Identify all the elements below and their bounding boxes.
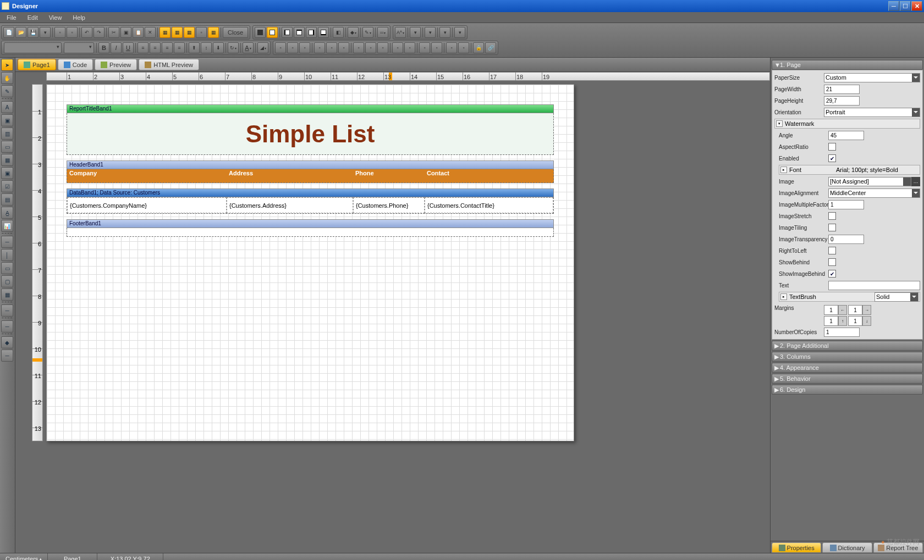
status-unit[interactable]: Centimeters▴: [0, 553, 48, 560]
data-band-header[interactable]: DataBand1; Data Source: Customers: [67, 188, 554, 197]
val-textbrush[interactable]: Solid: [875, 292, 919, 302]
undo-button[interactable]: ↶: [81, 27, 92, 38]
menu-help[interactable]: Help: [67, 13, 91, 22]
border-left-button[interactable]: [282, 27, 293, 38]
align-right-button[interactable]: ≡: [162, 42, 173, 53]
field-contact[interactable]: {Customers.ContactTitle}: [425, 197, 553, 213]
vertical-ruler[interactable]: 12345678910111213: [32, 84, 43, 441]
underline-button[interactable]: U: [123, 42, 134, 53]
data-band-body[interactable]: {Customers.CompanyName} {Customers.Addre…: [67, 197, 554, 214]
arrange-8[interactable]: ▫: [365, 42, 376, 53]
arrange-14[interactable]: ▫: [446, 42, 457, 53]
valign-bot-button[interactable]: ⬇: [213, 42, 224, 53]
open-button[interactable]: 📂: [15, 27, 26, 38]
align-justify-button[interactable]: ≡: [174, 42, 185, 53]
tool-pointer[interactable]: ➤: [1, 59, 13, 71]
tool-richtext[interactable]: A̲: [1, 207, 13, 219]
font-family-combo[interactable]: [4, 42, 62, 53]
field-address[interactable]: {Customers.Address}: [227, 197, 353, 213]
val-pagewidth[interactable]: [824, 85, 860, 94]
lock-button[interactable]: 🔒: [473, 42, 484, 53]
tool-more4[interactable]: ─: [1, 350, 13, 362]
tool-crosstab[interactable]: ▦: [1, 289, 13, 301]
val-text[interactable]: [828, 281, 920, 290]
tool-more3[interactable]: ◆: [1, 336, 13, 348]
new-button[interactable]: 📄: [3, 27, 14, 38]
save-button[interactable]: 💾: [28, 27, 38, 38]
conditions-button[interactable]: ▾: [410, 27, 421, 38]
field-phone[interactable]: {Customers.Phone}: [353, 197, 425, 213]
paste-button[interactable]: 📋: [133, 27, 144, 38]
cut-button[interactable]: ✂: [108, 27, 119, 38]
chk-aspectratio[interactable]: [828, 143, 836, 151]
page-new-button[interactable]: ▫: [54, 27, 65, 38]
header-band-body[interactable]: Company Address Phone Contact: [67, 169, 554, 183]
link-button[interactable]: 🔗: [485, 42, 496, 53]
tool-checkbox2[interactable]: ☑: [1, 180, 13, 192]
report-title-band-header[interactable]: ReportTitleBand1: [67, 104, 554, 113]
tool-barcode[interactable]: ▥: [1, 127, 13, 140]
tool-text-edit[interactable]: ✎: [1, 85, 13, 97]
tool-text[interactable]: A: [1, 101, 13, 113]
tool-clone[interactable]: ▣: [1, 167, 13, 179]
chk-showimagebehind[interactable]: ✔: [828, 270, 836, 278]
border-none-button[interactable]: [267, 27, 278, 38]
section-page[interactable]: ▼1. Page: [772, 60, 923, 70]
border-bottom-button[interactable]: [318, 27, 329, 38]
margin-d[interactable]: [848, 316, 862, 326]
section-appearance[interactable]: ▶4. Appearance: [772, 363, 923, 373]
chk-righttoleft[interactable]: [828, 247, 836, 254]
bold-button[interactable]: B: [98, 42, 109, 53]
chk-imagestretch[interactable]: [828, 212, 836, 220]
arrange-5[interactable]: ▫: [326, 42, 337, 53]
tool-more1[interactable]: ─: [1, 304, 13, 317]
minimize-button[interactable]: ─: [888, 1, 899, 11]
arrange-10[interactable]: ▫: [392, 42, 403, 53]
arrange-9[interactable]: ▫: [377, 42, 388, 53]
arrange-12[interactable]: ▫: [419, 42, 430, 53]
sub-watermark[interactable]: ▾Watermark: [774, 119, 920, 129]
col-contact[interactable]: Contact: [425, 169, 553, 182]
delete-button[interactable]: ✕: [145, 27, 156, 38]
tab-code[interactable]: Code: [58, 59, 93, 70]
lock2-button[interactable]: ▾: [425, 27, 436, 38]
page-surface[interactable]: 12345678910111213 ReportTitleBand1 Simpl…: [15, 81, 770, 553]
styles-button[interactable]: Aᴬ▾: [395, 27, 406, 38]
select-all-button[interactable]: ▦: [160, 27, 170, 38]
copy-button[interactable]: ▣: [120, 27, 131, 38]
bg-color-button[interactable]: ◆▾: [348, 27, 359, 38]
val-numberofcopies[interactable]: [824, 328, 860, 337]
header-band-header[interactable]: HeaderBand1: [67, 160, 554, 169]
val-pageheight[interactable]: [824, 96, 860, 106]
field-company[interactable]: {Customers.CompanyName}: [67, 197, 227, 213]
section-behavior[interactable]: ▶5. Behavior: [772, 374, 923, 384]
border-style-button[interactable]: ═▾: [377, 27, 388, 38]
col-phone[interactable]: Phone: [353, 169, 425, 182]
rtab-dictionary[interactable]: Dictionary: [822, 542, 872, 553]
footer-band-body[interactable]: [67, 228, 554, 237]
tab-html-preview[interactable]: HTML Preview: [139, 59, 199, 70]
val-imagealignment[interactable]: MiddleCenter: [828, 188, 920, 198]
tab-page[interactable]: Page1: [18, 59, 56, 70]
btn-image-browse[interactable]: …: [911, 177, 920, 186]
maximize-button[interactable]: ☐: [900, 1, 911, 11]
redo-button[interactable]: ↷: [94, 27, 105, 38]
window-close-button[interactable]: ✕: [911, 1, 922, 11]
rotate-button[interactable]: ↻▾: [228, 42, 239, 53]
col-company[interactable]: Company: [67, 169, 227, 182]
val-imagemultiplefactor[interactable]: [828, 200, 864, 209]
font-size-combo[interactable]: [64, 42, 94, 53]
val-papersize[interactable]: Custom: [824, 73, 920, 82]
arrange-15[interactable]: ▫: [458, 42, 469, 53]
arrange-11[interactable]: ▫: [404, 42, 415, 53]
sub-textbrush[interactable]: ▸TextBrushSolid: [779, 292, 920, 302]
tool-chart[interactable]: 📊: [1, 220, 13, 232]
margin-c-btn[interactable]: ↑: [838, 316, 847, 326]
chk-imagetiling[interactable]: [828, 224, 836, 231]
close-button[interactable]: Close: [223, 27, 248, 38]
link2-button[interactable]: ▾: [439, 27, 450, 38]
tool-subreport[interactable]: ▤: [1, 193, 13, 206]
sub-font[interactable]: ▸FontArial; 100pt; style=Bold: [779, 165, 920, 175]
arrange-2[interactable]: ▫: [287, 42, 298, 53]
align-left-button[interactable]: ≡: [138, 42, 148, 53]
